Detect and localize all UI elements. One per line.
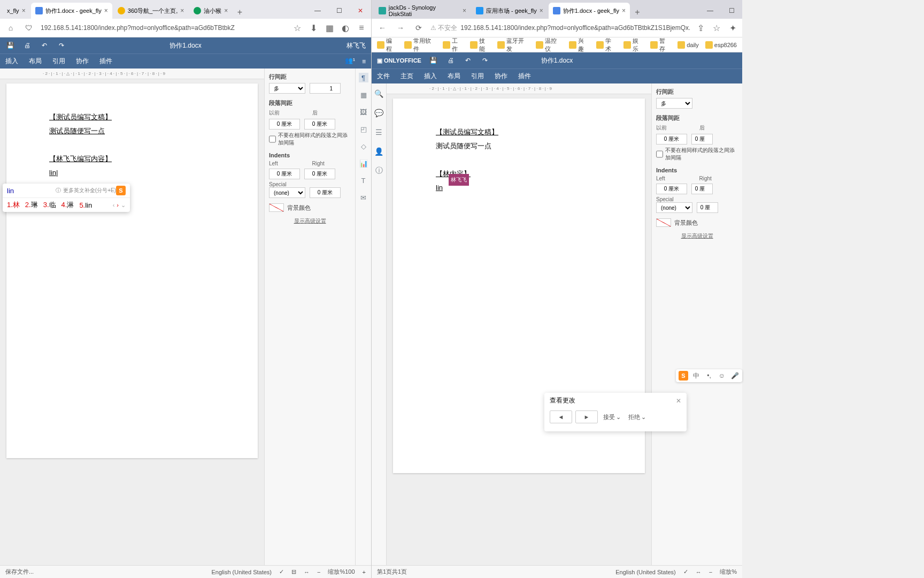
close-icon[interactable]: × xyxy=(463,7,466,14)
tab-r1[interactable]: 应用市场 - geek_fly× xyxy=(472,3,548,19)
url-field[interactable]: ⚠ 不安全192.168.5.141:1800/index.php?mod=on… xyxy=(430,24,690,33)
ime-cand-4[interactable]: 4.淋 xyxy=(61,200,74,210)
minimize-button[interactable]: — xyxy=(699,3,721,19)
search-icon[interactable]: 🔍 xyxy=(374,89,384,98)
menu-layout[interactable]: 布局 xyxy=(29,57,42,66)
bookmark-10[interactable]: daily xyxy=(677,41,699,49)
ime-mic-icon[interactable]: 🎤 xyxy=(730,371,740,381)
track-icon[interactable]: ⊟ xyxy=(291,568,296,575)
account-icon[interactable]: ◐ xyxy=(340,22,351,33)
star-icon[interactable]: ☆ xyxy=(711,22,722,33)
tab-0[interactable]: x_fly× xyxy=(3,3,30,19)
tab-r0[interactable]: jackDs - Synology DiskStati× xyxy=(374,3,471,19)
zoom-out-icon[interactable]: − xyxy=(317,569,320,575)
ime-mode-icon[interactable]: 中 xyxy=(691,371,701,381)
save-icon[interactable]: 💾 xyxy=(429,56,438,65)
menu-ref[interactable]: 引用 xyxy=(52,57,65,66)
menu-collab[interactable]: 协作 xyxy=(495,72,507,81)
hamburger-icon[interactable]: ≡ xyxy=(362,58,366,65)
spellcheck-icon[interactable]: ✓ xyxy=(279,568,284,575)
redo-icon[interactable]: ↷ xyxy=(57,41,66,50)
line-spacing-value[interactable] xyxy=(310,83,341,94)
user-label[interactable]: 林飞飞 xyxy=(346,41,366,50)
redo-icon[interactable]: ↷ xyxy=(480,56,490,65)
ime-cand-5[interactable]: 5.lin xyxy=(79,201,92,209)
heading-icon[interactable]: ☰ xyxy=(374,127,384,137)
indent-right-input[interactable] xyxy=(304,169,335,179)
ime-punct-icon[interactable]: •, xyxy=(704,371,714,381)
paragraph-icon[interactable]: ¶ xyxy=(359,73,368,82)
bookmark-6[interactable]: 兴趣 xyxy=(569,37,590,53)
ime-cand-3[interactable]: 3.临 xyxy=(43,200,56,210)
special-select[interactable]: (none) xyxy=(269,187,305,198)
spacing-before-input-r[interactable] xyxy=(656,134,687,144)
zoom-out-icon[interactable]: − xyxy=(709,569,712,575)
bookmark-8[interactable]: 娱乐 xyxy=(623,37,644,53)
special-select-r[interactable]: (none) xyxy=(656,202,692,213)
close-window-button[interactable]: ✕ xyxy=(350,3,371,19)
ime-next-icon[interactable]: › xyxy=(117,202,119,209)
no-same-checkbox-r[interactable] xyxy=(656,147,663,162)
shape-icon[interactable]: ◇ xyxy=(359,141,368,151)
home-icon[interactable]: ⌂ xyxy=(4,21,17,34)
menu-file[interactable]: 文件 xyxy=(377,72,390,81)
image-icon[interactable]: 🖼 xyxy=(359,107,368,117)
extension-icon[interactable]: ▦ xyxy=(324,22,335,33)
advanced-settings-link-r[interactable]: 显示高级设置 xyxy=(656,232,738,240)
bookmark-3[interactable]: 技能 xyxy=(470,37,491,53)
bookmark-2[interactable]: 工作 xyxy=(443,37,464,53)
fit-icon[interactable]: ↔ xyxy=(696,569,702,575)
new-tab-button[interactable]: + xyxy=(233,6,246,19)
print-icon[interactable]: 🖨 xyxy=(22,41,32,50)
close-icon[interactable]: × xyxy=(622,7,626,14)
close-icon[interactable]: × xyxy=(224,7,228,14)
url-field[interactable]: 192.168.5.141:1800/index.php?mod=onlyoff… xyxy=(41,24,287,32)
shield-icon[interactable]: 🛡 xyxy=(22,21,35,34)
sogou-logo-icon[interactable]: S xyxy=(679,371,688,381)
menu-icon[interactable]: ≡ xyxy=(356,22,367,33)
close-icon[interactable]: × xyxy=(104,7,108,14)
bookmark-5[interactable]: 温控仪 xyxy=(536,37,563,53)
menu-insert[interactable]: 插入 xyxy=(424,72,437,81)
table-icon[interactable]: ▦ xyxy=(359,90,368,100)
close-icon[interactable]: × xyxy=(180,7,184,14)
back-icon[interactable]: ← xyxy=(376,21,389,34)
close-icon[interactable]: ✕ xyxy=(676,397,681,405)
menu-plugin[interactable]: 插件 xyxy=(99,57,112,66)
print-icon[interactable]: 🖨 xyxy=(446,56,456,65)
bg-color-swatch[interactable] xyxy=(269,203,284,212)
document-page[interactable]: 【测试员编写文稿】 测试员随便写一点 【林飞飞编写内容】 lin| xyxy=(6,83,258,458)
reload-icon[interactable]: ⟳ xyxy=(412,21,425,34)
next-change-button[interactable]: ► xyxy=(575,410,598,423)
zoom-label-r[interactable]: 缩放% xyxy=(720,568,737,576)
text-icon[interactable]: T xyxy=(359,176,368,185)
ime-emoji-icon[interactable]: ☺ xyxy=(717,371,727,381)
spacing-after-input[interactable] xyxy=(304,119,335,130)
indent-left-input[interactable] xyxy=(269,169,300,179)
reject-button[interactable]: 拒绝 ⌄ xyxy=(626,413,648,421)
undo-icon[interactable]: ↶ xyxy=(463,56,473,65)
prev-change-button[interactable]: ◄ xyxy=(550,410,572,423)
menu-layout[interactable]: 布局 xyxy=(448,72,460,81)
spellcheck-icon[interactable]: ✓ xyxy=(683,568,688,575)
undo-icon[interactable]: ↶ xyxy=(40,41,49,50)
person-icon[interactable]: 👤 xyxy=(374,147,384,156)
bookmark-0[interactable]: 编程 xyxy=(377,37,398,53)
star-icon[interactable]: ☆ xyxy=(292,22,303,33)
tab-2[interactable]: 360导航_一个主页,× xyxy=(113,3,189,19)
close-icon[interactable]: × xyxy=(540,7,543,14)
header-icon[interactable]: ◰ xyxy=(359,124,368,134)
maximize-button[interactable]: ☐ xyxy=(328,3,350,19)
bg-color-swatch-r[interactable] xyxy=(656,218,671,227)
maximize-button[interactable]: ☐ xyxy=(721,3,742,19)
menu-collab[interactable]: 协作 xyxy=(76,57,89,66)
tab-1[interactable]: 协作1.docx - geek_fly× xyxy=(31,3,112,19)
info-icon[interactable]: ⓘ xyxy=(374,166,384,176)
bookmark-1[interactable]: 常用软件 xyxy=(404,37,437,53)
bookmark-4[interactable]: 蓝牙开发 xyxy=(497,37,530,53)
indent-left-input-r[interactable] xyxy=(656,184,687,194)
zoom-in-icon[interactable]: + xyxy=(363,569,366,575)
new-tab-button[interactable]: + xyxy=(631,6,644,19)
menu-ref[interactable]: 引用 xyxy=(471,72,484,81)
line-spacing-mode[interactable]: 多 xyxy=(269,83,305,94)
